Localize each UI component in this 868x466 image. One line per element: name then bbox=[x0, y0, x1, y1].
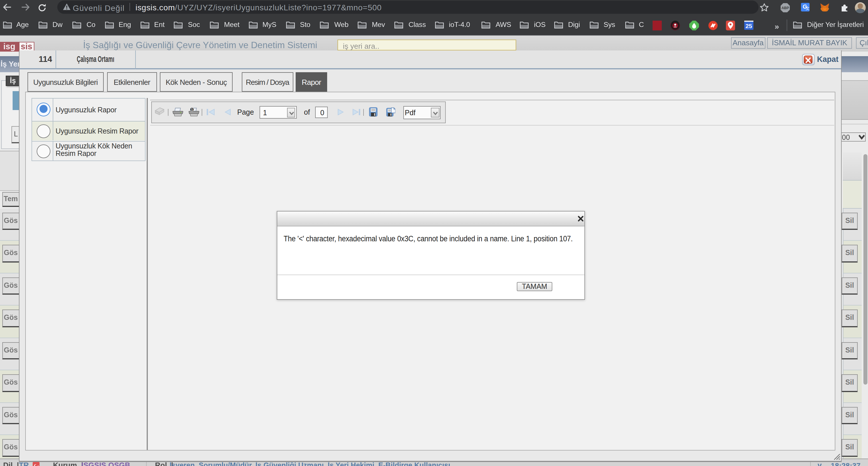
svg-text:1: 1 bbox=[191, 108, 193, 111]
